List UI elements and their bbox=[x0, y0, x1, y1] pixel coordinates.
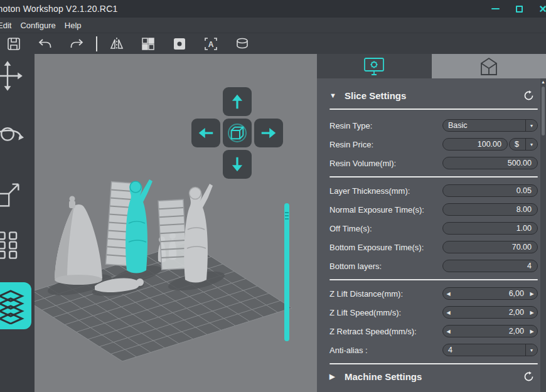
close-button[interactable]: × bbox=[535, 1, 546, 16]
menu-help[interactable]: Help bbox=[60, 21, 86, 30]
refresh-slice-settings-button[interactable] bbox=[523, 90, 534, 101]
spin-right-icon[interactable]: ▶ bbox=[527, 307, 537, 318]
refresh-machine-settings-button[interactable] bbox=[523, 371, 534, 382]
off-time-label: Off Time(s): bbox=[329, 224, 372, 233]
z-lift-distance-row: Z Lift Distance(mm): ◀ 6,00 ▶ bbox=[329, 284, 538, 303]
bottom-exposure-input[interactable]: 70.00 bbox=[442, 241, 538, 253]
z-retract-speed-label: Z Retract Speed(mm/s): bbox=[329, 327, 417, 336]
clone-icon bbox=[0, 229, 24, 262]
model-cone[interactable] bbox=[55, 196, 102, 285]
maximize-button[interactable] bbox=[511, 1, 527, 16]
arrow-down-icon bbox=[228, 155, 247, 174]
resin-type-dropdown[interactable]: Basic ▾ bbox=[442, 119, 538, 132]
resin-price-input[interactable]: 100.00 bbox=[442, 138, 508, 151]
view-down-button[interactable] bbox=[223, 150, 252, 179]
view-left-button[interactable] bbox=[191, 119, 220, 147]
view-cube-button[interactable] bbox=[223, 119, 252, 147]
printer-icon bbox=[479, 57, 499, 76]
mirror-icon bbox=[109, 36, 125, 52]
z-retract-speed-stepper[interactable]: ◀ 2,00 ▶ bbox=[442, 325, 538, 337]
panel-body: ▼ Slice Settings Resin Type: Basic ▾ Res… bbox=[317, 78, 540, 384]
close-icon: × bbox=[539, 3, 546, 15]
left-tool-strip bbox=[0, 54, 35, 392]
text-button[interactable]: A bbox=[203, 36, 219, 52]
chevron-down-icon[interactable]: ▾ bbox=[525, 344, 537, 356]
arrow-left-icon bbox=[196, 124, 215, 142]
redo-icon bbox=[68, 36, 85, 52]
minimize-button[interactable] bbox=[488, 1, 503, 16]
resin-price-label: Resin Price: bbox=[329, 140, 373, 149]
spin-left-icon[interactable]: ◀ bbox=[443, 307, 454, 318]
scale-tool-button[interactable] bbox=[0, 179, 24, 211]
toolbar: A bbox=[0, 33, 546, 54]
normal-exposure-row: Normal Exposure Time(s): 8.00 bbox=[329, 200, 538, 219]
normal-exposure-input[interactable]: 8.00 bbox=[442, 203, 538, 216]
slice-settings-title: Slice Settings bbox=[345, 90, 406, 101]
view-cube-icon bbox=[227, 123, 247, 143]
mirror-button[interactable] bbox=[109, 36, 125, 52]
slice-settings-header[interactable]: ▼ Slice Settings bbox=[329, 87, 538, 103]
normal-exposure-label: Normal Exposure Time(s): bbox=[329, 205, 424, 215]
bottom-layers-row: Bottom layers: 4 bbox=[329, 257, 538, 275]
z-lift-speed-label: Z Lift Speed(mm/s): bbox=[329, 308, 401, 317]
window-title: Photon Workshop V2.1.20.RC1 bbox=[0, 4, 117, 14]
resin-volume-row: Resin Volume(ml): 500.00 bbox=[329, 154, 538, 172]
undo-button[interactable] bbox=[37, 36, 53, 52]
save-icon bbox=[6, 36, 22, 52]
chevron-down-icon[interactable]: ▾ bbox=[525, 139, 537, 150]
resin-price-row: Resin Price: 100.00 $ ▾ bbox=[329, 135, 538, 154]
drain-hole-button[interactable] bbox=[234, 36, 250, 52]
move-tool-button[interactable] bbox=[0, 60, 24, 92]
spin-left-icon[interactable]: ◀ bbox=[443, 288, 454, 299]
rotate-tool-button[interactable] bbox=[0, 119, 24, 152]
view-right-button[interactable] bbox=[254, 119, 283, 147]
spin-right-icon[interactable]: ▶ bbox=[527, 288, 537, 299]
refresh-icon bbox=[523, 90, 534, 101]
maximize-icon bbox=[516, 6, 523, 13]
layer-thickness-input[interactable]: 0.05 bbox=[442, 184, 538, 197]
spin-left-icon[interactable]: ◀ bbox=[443, 326, 454, 337]
view-navigation-cross bbox=[191, 87, 283, 179]
off-time-input[interactable]: 1.00 bbox=[442, 222, 538, 235]
anti-alias-dropdown[interactable]: 4 ▾ bbox=[442, 344, 538, 356]
toolbar-separator bbox=[96, 36, 97, 51]
z-lift-distance-stepper[interactable]: ◀ 6,00 ▶ bbox=[442, 287, 538, 300]
bottom-exposure-label: Bottom Exposure Time(s): bbox=[329, 243, 424, 252]
monitor-gear-icon bbox=[363, 57, 385, 76]
scroll-up-icon[interactable]: ▲ bbox=[541, 80, 545, 84]
slice-button[interactable] bbox=[0, 282, 31, 329]
view-up-button[interactable] bbox=[223, 87, 252, 116]
move-icon bbox=[0, 60, 24, 92]
redo-button[interactable] bbox=[68, 36, 85, 52]
anti-alias-label: Anti-alias : bbox=[329, 346, 368, 355]
z-height-slider[interactable] bbox=[284, 203, 289, 341]
scrollbar-thumb[interactable] bbox=[542, 87, 545, 135]
machine-settings-header[interactable]: ▶ Machine Settings bbox=[329, 368, 538, 384]
clone-tool-button[interactable] bbox=[0, 229, 24, 262]
model-frame-right[interactable] bbox=[158, 199, 187, 270]
menu-edit[interactable]: Edit bbox=[0, 21, 16, 30]
resin-volume-input[interactable]: 500.00 bbox=[442, 157, 538, 169]
refresh-icon bbox=[523, 371, 534, 382]
chevron-down-icon[interactable]: ▾ bbox=[525, 120, 537, 131]
menu-configure[interactable]: Configure bbox=[16, 21, 60, 30]
arrow-right-icon bbox=[259, 124, 278, 142]
save-button[interactable] bbox=[6, 36, 22, 52]
panel-scrollbar[interactable]: ▲ bbox=[540, 78, 546, 392]
hollow-button[interactable] bbox=[140, 36, 156, 52]
z-lift-speed-stepper[interactable]: ◀ 2,00 ▶ bbox=[442, 306, 538, 319]
slice-layers-icon bbox=[0, 288, 27, 324]
collapse-triangle-icon[interactable]: ▼ bbox=[329, 92, 338, 99]
tab-slice-settings[interactable] bbox=[317, 54, 432, 78]
rotate-icon bbox=[0, 119, 24, 152]
bottom-layers-input[interactable]: 4 bbox=[442, 260, 538, 272]
punch-hole-button[interactable] bbox=[171, 36, 188, 52]
expand-triangle-icon[interactable]: ▶ bbox=[329, 373, 338, 381]
spin-right-icon[interactable]: ▶ bbox=[527, 326, 537, 337]
layer-thickness-row: Layer Thickness(mm): 0.05 bbox=[329, 181, 538, 200]
window-controls: × bbox=[488, 0, 546, 18]
currency-dropdown[interactable]: $ ▾ bbox=[509, 138, 538, 151]
separator bbox=[329, 109, 538, 110]
panel-tabs bbox=[317, 54, 546, 78]
tab-machine[interactable] bbox=[432, 54, 546, 78]
